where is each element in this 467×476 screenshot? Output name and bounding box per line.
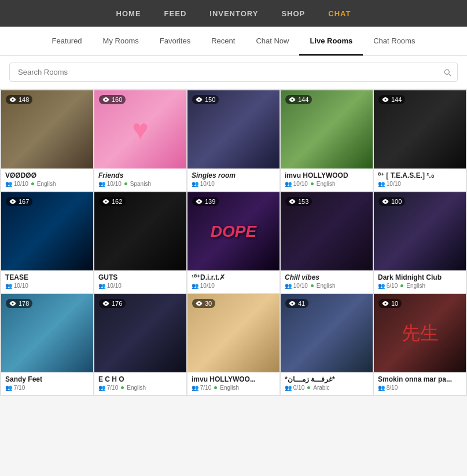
svg-point-5 <box>12 201 14 203</box>
viewer-count: 150 <box>205 96 215 103</box>
room-name: imvu HOLLYWOO... <box>192 375 275 383</box>
eye-icon <box>9 96 16 103</box>
eye-icon <box>9 300 16 307</box>
room-capacity: 👥 0/10 <box>285 385 304 391</box>
room-card[interactable]: 167TEASE👥 10/10 <box>1 192 93 293</box>
svg-point-4 <box>385 99 387 101</box>
eye-icon <box>9 198 16 205</box>
room-name: ¹⁸⁺D.i.r.t.✗ <box>192 273 275 281</box>
viewer-badge: 148 <box>6 95 32 104</box>
viewer-count: 162 <box>112 198 122 205</box>
viewer-badge: 41 <box>285 299 308 308</box>
eye-icon <box>102 300 109 307</box>
eye-icon <box>102 198 109 205</box>
room-card[interactable]: 160Friends👥 10/10Spanish <box>94 90 186 191</box>
room-card[interactable]: 10Smokin onna mar pa...👥 8/10 <box>374 294 466 395</box>
room-name: ⁸⁺ [ T.E.A.S.E.] ².₀ <box>378 171 462 180</box>
language-dot <box>214 386 217 389</box>
viewer-count: 160 <box>112 96 122 103</box>
room-card[interactable]: 148VØØDØØ👥 10/10English <box>1 90 93 191</box>
viewer-badge: 144 <box>285 95 312 104</box>
viewer-badge: 178 <box>6 299 32 308</box>
top-nav-item-feed[interactable]: FEED <box>164 9 187 18</box>
room-name: TEASE <box>5 273 89 281</box>
viewer-count: 144 <box>298 96 308 103</box>
room-card[interactable]: 30imvu HOLLYWOO...👥 7/10English <box>187 294 280 395</box>
top-nav-item-shop[interactable]: SHOP <box>281 9 305 18</box>
language-dot <box>307 386 310 389</box>
sub-nav-item-chat-now[interactable]: Chat Now <box>245 27 299 56</box>
room-name: E C H O <box>98 375 182 383</box>
room-capacity: 👥 10/10 <box>5 181 28 187</box>
viewer-badge: 10 <box>378 299 402 308</box>
room-language: English <box>37 181 56 187</box>
svg-point-1 <box>105 99 107 101</box>
svg-point-14 <box>385 303 387 305</box>
viewer-badge: 176 <box>99 299 126 308</box>
eye-icon <box>289 198 296 205</box>
viewer-count: 178 <box>19 300 29 307</box>
room-card[interactable]: 150Singles room👥 10/10 <box>187 90 280 191</box>
viewer-count: 167 <box>19 198 29 205</box>
svg-point-12 <box>198 303 200 305</box>
room-capacity: 👥 6/10 <box>378 283 398 289</box>
room-card[interactable]: 162GUTS👥 10/10 <box>94 192 186 293</box>
room-card[interactable]: 139¹⁸⁺D.i.r.t.✗👥 10/10 <box>187 192 280 293</box>
svg-point-10 <box>12 303 14 305</box>
sub-nav-item-recent[interactable]: Recent <box>201 27 245 56</box>
language-dot <box>121 386 124 389</box>
search-input[interactable] <box>9 63 458 82</box>
room-language: English <box>220 385 239 391</box>
viewer-count: 30 <box>205 300 212 307</box>
room-name: GUTS <box>98 273 182 281</box>
sub-nav-item-featured[interactable]: Featured <box>42 27 93 56</box>
room-capacity: 👥 7/10 <box>5 385 25 391</box>
eye-icon <box>289 96 296 103</box>
room-card[interactable]: 41*غرفـــة زمـــان*👥 0/10Arabic <box>281 294 373 395</box>
room-card[interactable]: 176E C H O👥 7/10English <box>94 294 186 395</box>
sub-nav-item-my-rooms[interactable]: My Rooms <box>93 27 149 56</box>
viewer-count: 10 <box>391 300 398 307</box>
room-card[interactable]: 100Dark Midnight Club👥 6/10English <box>374 192 466 293</box>
language-dot <box>400 284 403 287</box>
viewer-badge: 100 <box>378 197 405 206</box>
room-capacity: 👥 10/10 <box>98 181 122 187</box>
room-card[interactable]: 178Sandy Feet👥 7/10 <box>1 294 93 395</box>
room-name: Sandy Feet <box>5 375 89 383</box>
top-navigation: HOMEFEEDINVENTORYSHOPCHAT <box>0 0 467 27</box>
sub-nav-item-chat-rooms[interactable]: Chat Rooms <box>363 27 425 56</box>
viewer-badge: 153 <box>285 197 312 206</box>
svg-point-7 <box>198 201 200 203</box>
room-language: English <box>127 385 146 391</box>
eye-icon <box>102 96 109 103</box>
eye-icon <box>196 96 203 103</box>
room-card[interactable]: 144imvu HOLLYWOOD👥 10/10English <box>281 90 373 191</box>
top-nav-item-home[interactable]: HOME <box>116 9 141 18</box>
room-name: VØØDØØ <box>5 171 89 180</box>
room-language: English <box>317 181 336 187</box>
sub-nav-item-live-rooms[interactable]: Live Rooms <box>299 27 363 56</box>
room-capacity: 👥 10/10 <box>98 283 122 289</box>
room-capacity: 👥 10/10 <box>285 181 308 187</box>
room-language: Arabic <box>313 385 329 391</box>
eye-icon <box>196 300 203 307</box>
room-card[interactable]: 153Chill vibes👥 10/10English <box>281 192 373 293</box>
svg-point-2 <box>198 99 200 101</box>
viewer-badge: 167 <box>6 197 32 206</box>
viewer-badge: 139 <box>192 197 219 206</box>
room-language: Spanish <box>130 181 151 187</box>
svg-point-3 <box>292 99 293 101</box>
language-dot <box>311 284 314 287</box>
viewer-count: 41 <box>298 300 305 307</box>
language-dot <box>31 182 34 185</box>
search-bar <box>0 56 467 89</box>
room-name: Chill vibes <box>285 273 369 281</box>
room-card[interactable]: 144⁸⁺ [ T.E.A.S.E.] ².₀👥 10/10 <box>374 90 466 191</box>
top-nav-item-inventory[interactable]: INVENTORY <box>209 9 258 18</box>
room-capacity: 👥 7/10 <box>192 385 211 391</box>
search-icon <box>443 68 452 77</box>
sub-nav-item-favorites[interactable]: Favorites <box>149 27 201 56</box>
room-capacity: 👥 10/10 <box>378 181 401 187</box>
top-nav-item-chat[interactable]: CHAT <box>328 9 351 18</box>
svg-point-9 <box>385 201 387 203</box>
